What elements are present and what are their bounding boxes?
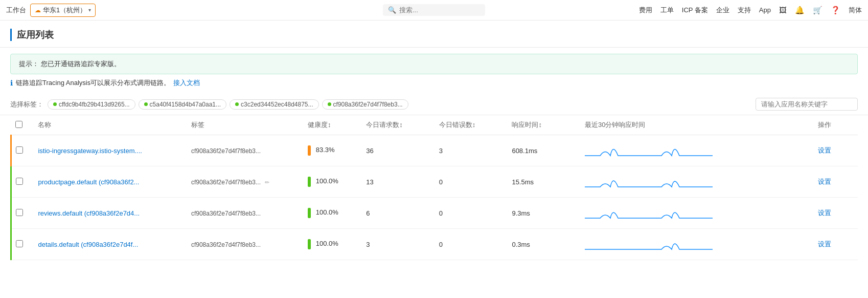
row-checkbox-1[interactable] (16, 178, 23, 185)
edit-icon-1[interactable]: ✏ (265, 179, 269, 185)
app-search-input[interactable] (756, 98, 858, 111)
sparkline-2 (585, 203, 718, 223)
health-value-2: 100.0% (316, 208, 338, 216)
region-cloud-icon: ☁ (35, 7, 41, 14)
page-title: 应用列表 (10, 29, 858, 41)
app-table: 名称 标签 健康度↕ 今日请求数↕ 今日错误数↕ 响应时间↕ (10, 115, 858, 260)
row-req-cell-3: 3 (362, 229, 435, 260)
table-row: details.default (cf908a36f2e7d4f... cf90… (11, 229, 858, 260)
row-req-cell-0: 36 (362, 135, 435, 166)
app-name-link-1[interactable]: productpage.default (cf908a36f2... (38, 178, 139, 186)
row-health-cell-3: 100.0% (304, 229, 362, 260)
row-name-cell-3: details.default (cf908a36f2e7d4f... (34, 229, 187, 260)
col-header-response[interactable]: 响应时间↕ (508, 115, 581, 135)
tag-chip-1[interactable]: c5a40f4158d4b47a0aa1... (139, 99, 226, 110)
row-checkbox-2[interactable] (16, 209, 23, 216)
search-icon: 🔍 (388, 6, 396, 14)
row-health-cell-0: 83.3% (304, 135, 362, 166)
chip-dot-0 (53, 102, 57, 106)
row-checkbox-cell (11, 166, 34, 198)
nav-support[interactable]: 支持 (738, 6, 751, 15)
row-chart-cell-3 (581, 229, 814, 260)
region-label: 华东1（杭州） (43, 6, 86, 15)
app-name-link-3[interactable]: details.default (cf908a36f2e7d4f... (38, 241, 138, 248)
page-wrapper: 应用列表 提示： 您已开通链路追踪专家版。 ℹ 链路追踪Tracing Anal… (0, 20, 868, 298)
nav-icp[interactable]: ICP 备案 (682, 6, 708, 15)
region-selector[interactable]: ☁ 华东1（杭州） ▾ (30, 4, 96, 17)
table-row: istio-ingressgateway.istio-system.... cf… (11, 135, 858, 166)
table-header-row: 名称 标签 健康度↕ 今日请求数↕ 今日错误数↕ 响应时间↕ (11, 115, 858, 135)
tag-chip-2[interactable]: c3c2ed34452ec48d4875... (230, 99, 318, 110)
action-link-1[interactable]: 设置 (818, 178, 831, 185)
action-link-0[interactable]: 设置 (818, 146, 831, 154)
sparkline-1 (585, 172, 718, 192)
chevron-down-icon: ▾ (88, 7, 91, 13)
row-health-cell-1: 100.0% (304, 166, 362, 198)
row-checkbox-0[interactable] (16, 146, 23, 154)
nav-enterprise[interactable]: 企业 (716, 6, 729, 15)
image-icon[interactable]: 🖼 (779, 6, 787, 14)
help-icon[interactable]: ❓ (831, 6, 840, 15)
col-header-chart: 最近30分钟响应时间 (581, 115, 814, 135)
bell-icon[interactable]: 🔔 (795, 6, 805, 15)
col-header-health[interactable]: 健康度↕ (304, 115, 362, 135)
row-action-cell-3: 设置 (814, 229, 858, 260)
req-value-3: 3 (366, 241, 370, 248)
nav-fee[interactable]: 费用 (639, 6, 652, 15)
action-link-3[interactable]: 设置 (818, 240, 831, 248)
health-value-1: 100.0% (316, 177, 338, 185)
health-bar-3 (308, 239, 311, 249)
row-action-cell-2: 设置 (814, 198, 858, 229)
table-row: productpage.default (cf908a36f2... cf908… (11, 166, 858, 198)
req-value-0: 36 (366, 147, 373, 155)
nav-ticket[interactable]: 工单 (660, 6, 674, 15)
row-err-cell-3: 0 (435, 229, 508, 260)
row-chart-cell-1 (581, 166, 814, 198)
row-name-cell-1: productpage.default (cf908a36f2... (34, 166, 187, 198)
info-circle-icon: ℹ (10, 79, 13, 87)
row-action-cell-1: 设置 (814, 166, 858, 198)
simplified-label[interactable]: 简体 (849, 6, 862, 15)
health-value-0: 83.3% (316, 146, 335, 154)
col-header-requests[interactable]: 今日请求数↕ (362, 115, 435, 135)
col-header-name[interactable]: 名称 (34, 115, 187, 135)
row-req-cell-2: 6 (362, 198, 435, 229)
req-value-1: 13 (366, 178, 373, 186)
col-header-errors[interactable]: 今日错误数↕ (435, 115, 508, 135)
top-nav: 工作台 ☁ 华东1（杭州） ▾ 🔍 费用 工单 ICP 备案 企业 支持 App… (0, 0, 868, 20)
row-req-cell-1: 13 (362, 166, 435, 198)
row-err-cell-2: 0 (435, 198, 508, 229)
row-err-cell-1: 0 (435, 166, 508, 198)
row-checkbox-cell (11, 135, 34, 166)
health-bar-1 (308, 177, 311, 187)
tag-value-1: cf908a36f2e7d4f7f8eb3... (191, 179, 261, 186)
info-banner: 提示： 您已开通链路追踪专家版。 (10, 54, 858, 74)
nav-app[interactable]: App (759, 6, 771, 14)
page-header: 应用列表 (0, 20, 868, 48)
resp-value-1: 15.5ms (512, 178, 534, 186)
workbench-btn[interactable]: 工作台 (6, 6, 26, 15)
app-name-link-2[interactable]: reviews.default (cf908a36f2e7d4... (38, 209, 140, 217)
err-value-2: 0 (439, 209, 443, 217)
chip-dot-1 (144, 102, 148, 106)
row-chart-cell-0 (581, 135, 814, 166)
row-action-cell-0: 设置 (814, 135, 858, 166)
tip-label: 提示： (19, 60, 39, 68)
row-resp-cell-2: 9.3ms (508, 198, 581, 229)
chip-dot-3 (328, 102, 331, 106)
col-header-tag[interactable]: 标签 (187, 115, 304, 135)
row-name-cell-2: reviews.default (cf908a36f2e7d4... (34, 198, 187, 229)
action-link-2[interactable]: 设置 (818, 209, 831, 217)
search-input[interactable] (399, 6, 471, 14)
select-all-checkbox[interactable] (15, 121, 22, 128)
tracing-info: ℹ 链路追踪Tracing Analysis可以展示分布式调用链路。 接入文档 (10, 78, 858, 94)
health-bar-2 (308, 208, 311, 218)
tag-chip-3[interactable]: cf908a36f2e7d4f7f8eb3... (322, 99, 408, 110)
tag-chip-0[interactable]: cffdc9b4fb29b413d9265... (48, 99, 135, 110)
resp-value-2: 9.3ms (512, 209, 530, 217)
app-name-link-0[interactable]: istio-ingressgateway.istio-system.... (38, 147, 142, 155)
row-checkbox-3[interactable] (16, 240, 23, 247)
cart-icon[interactable]: 🛒 (813, 6, 823, 15)
tracing-text: 链路追踪Tracing Analysis可以展示分布式调用链路。 (16, 78, 170, 88)
tracing-doc-link[interactable]: 接入文档 (173, 78, 200, 88)
